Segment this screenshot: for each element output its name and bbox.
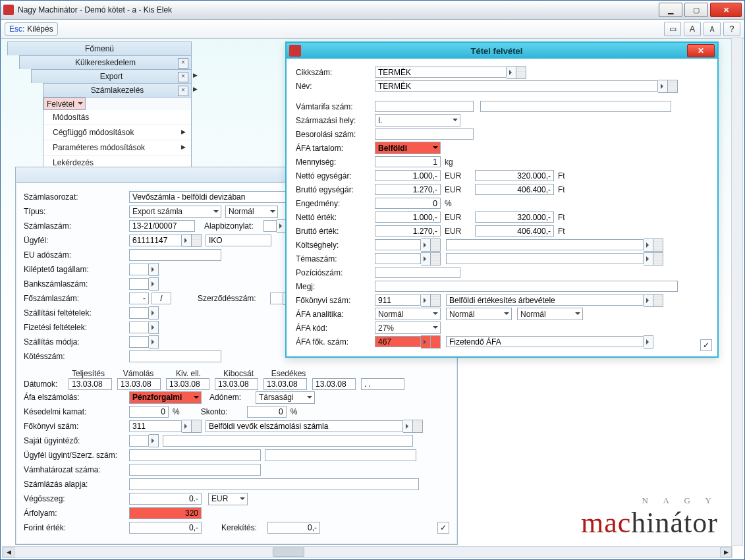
kerekites-input[interactable]: [267, 522, 320, 534]
currency-select[interactable]: EUR: [208, 493, 248, 505]
forintertek-input[interactable]: [129, 522, 202, 534]
lookup-icon[interactable]: [149, 335, 159, 349]
sajatugy-input[interactable]: [129, 435, 149, 447]
scroll-left-icon[interactable]: ◀: [3, 547, 14, 557]
ugyfel-input[interactable]: [129, 235, 182, 246]
vertical-scrollbar[interactable]: [731, 38, 743, 546]
ugyfel-nev-input[interactable]: [206, 235, 271, 246]
history-icon[interactable]: [431, 335, 441, 349]
koltseghely-desc-input[interactable]: [446, 239, 644, 250]
afaanal-select3[interactable]: Normál: [517, 308, 583, 320]
close-icon[interactable]: ×: [178, 72, 188, 82]
menu-item-felvetel[interactable]: Felvétel: [43, 98, 86, 110]
lookup-icon[interactable]: [182, 420, 192, 433]
sajatugy-desc-input[interactable]: [163, 435, 413, 447]
fizfelt-input[interactable]: [129, 322, 149, 333]
dialog-titlebar[interactable]: Tétel felvétel ✕: [287, 43, 717, 59]
bruttoegys-huf-input[interactable]: [475, 184, 554, 195]
history-icon[interactable]: [653, 238, 663, 252]
history-icon[interactable]: [192, 420, 202, 433]
dialog-confirm-check[interactable]: ✓: [700, 339, 712, 351]
kesekamat-input[interactable]: [129, 406, 169, 418]
bruttoertek-input[interactable]: [375, 225, 441, 237]
foszamla-input2[interactable]: [152, 293, 171, 304]
close-icon[interactable]: ×: [178, 86, 188, 96]
scroll-thumb[interactable]: [273, 547, 304, 557]
nettoegys-huf-input[interactable]: [475, 170, 554, 181]
toolbar-font-a-button[interactable]: A: [684, 22, 701, 36]
szlaalap-input[interactable]: [129, 478, 419, 490]
lookup-icon[interactable]: [182, 234, 192, 247]
vamhat-input[interactable]: [129, 464, 261, 476]
temaszam-desc-input[interactable]: [446, 253, 644, 264]
history-icon[interactable]: [192, 234, 202, 247]
arfolyam-input[interactable]: [129, 507, 202, 519]
date-input[interactable]: [263, 378, 307, 390]
kotesszam-input[interactable]: [129, 350, 221, 362]
besorolasi-input[interactable]: [375, 128, 474, 140]
nev-input[interactable]: [375, 80, 658, 92]
history-icon[interactable]: [653, 294, 663, 307]
bruttoertek-huf-input[interactable]: [475, 225, 554, 237]
szarmazasi-select[interactable]: I.: [375, 114, 460, 126]
lookup-icon[interactable]: [421, 335, 431, 349]
afaanal-select2[interactable]: Normál: [446, 308, 512, 320]
bruttoegys-input[interactable]: [375, 184, 441, 195]
afaanal-select[interactable]: Normál: [375, 308, 441, 320]
szallfelt-input[interactable]: [129, 307, 149, 319]
engedmeny-input[interactable]: [375, 198, 441, 209]
history-icon[interactable]: [431, 238, 441, 252]
szerzodes-input[interactable]: [270, 293, 283, 304]
sorozat-input[interactable]: [129, 191, 287, 203]
menu-export-header[interactable]: Export×▶: [31, 69, 192, 83]
vamtarifa-input[interactable]: [375, 101, 474, 112]
toolbar-rect-button[interactable]: ▭: [664, 22, 681, 36]
date-input[interactable]: [361, 378, 404, 390]
megj-input[interactable]: [375, 281, 678, 292]
euado-input[interactable]: [129, 249, 221, 261]
menu-trade-header[interactable]: Külkereskedelem×▶: [19, 55, 192, 69]
lookup-icon[interactable]: [507, 66, 516, 79]
afakod-select[interactable]: 27%: [375, 322, 441, 334]
ugyfelugy-input[interactable]: [129, 449, 261, 461]
dialog-close-button[interactable]: ✕: [687, 44, 715, 57]
afaelsz-select[interactable]: Pénzforgalmi: [129, 391, 202, 404]
history-icon[interactable]: [413, 420, 423, 433]
confirm-check[interactable]: ✓: [437, 522, 449, 534]
nettoegys-input[interactable]: [375, 170, 441, 181]
cikkszam-input[interactable]: [375, 67, 507, 78]
date-input[interactable]: [166, 378, 209, 390]
foszamla-input1[interactable]: [129, 293, 149, 304]
bankszla-input[interactable]: [129, 278, 149, 290]
toolbar-help-button[interactable]: ?: [723, 22, 740, 36]
afafok-desc-input[interactable]: [446, 336, 644, 347]
menu-main-header[interactable]: Főmenü: [7, 42, 192, 55]
close-icon[interactable]: ×: [178, 58, 188, 69]
maximize-button[interactable]: [684, 3, 708, 17]
alapbiz-input[interactable]: [263, 220, 277, 232]
ugyfelugy-input2[interactable]: [265, 449, 416, 461]
vegosszeg-input[interactable]: [129, 493, 202, 505]
lookup-icon[interactable]: [149, 306, 159, 320]
date-input[interactable]: [312, 378, 356, 390]
lookup-icon[interactable]: [149, 263, 159, 276]
scroll-right-icon[interactable]: ▶: [720, 547, 732, 557]
lookup-icon[interactable]: [149, 434, 159, 447]
tipus2-select[interactable]: Normál: [225, 206, 278, 218]
lookup-icon[interactable]: [644, 294, 653, 307]
menu-invoice-header[interactable]: Számlakezelés×: [43, 83, 192, 97]
afatartalom-select[interactable]: Belföldi: [375, 142, 441, 154]
menu-item-cegfuggo[interactable]: Cégfüggő módosítások▶: [43, 125, 191, 140]
lookup-icon[interactable]: [421, 294, 431, 307]
history-icon[interactable]: [668, 80, 678, 93]
nettoertek-input[interactable]: [375, 211, 441, 223]
menu-item-parameteres[interactable]: Paraméteres módosítások▶: [43, 140, 191, 155]
mennyiseg-input[interactable]: [375, 156, 441, 167]
minimize-button[interactable]: [659, 3, 682, 17]
lookup-icon[interactable]: [421, 252, 431, 266]
szallmod-input[interactable]: [129, 336, 149, 348]
lookup-icon[interactable]: [644, 335, 653, 349]
skonto-input[interactable]: [247, 406, 287, 418]
tipus-select[interactable]: Export számla: [129, 206, 221, 218]
date-input[interactable]: [117, 378, 161, 390]
